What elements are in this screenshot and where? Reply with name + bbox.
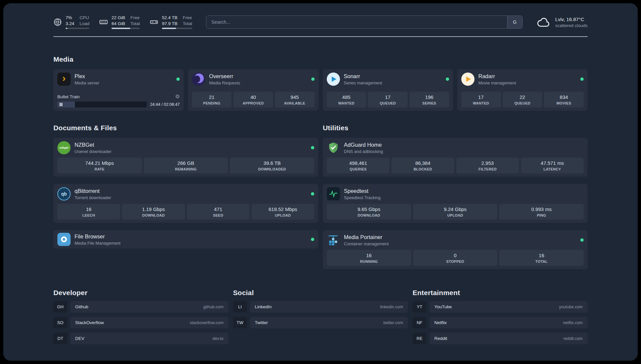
resource-widget-disk: 52.4 TB 97.9 TB Free Total <box>150 15 192 29</box>
cpu-value: 7% <box>66 15 74 20</box>
status-dot <box>580 77 584 81</box>
service-name: AdGuard Home <box>344 142 383 148</box>
bookmark-link[interactable]: Twitter twitter.com <box>250 317 408 328</box>
disk-total-label: Total <box>183 21 192 26</box>
resource-widgets: 7% 3.24 CPU Load <box>53 15 192 29</box>
bookmark-link[interactable]: Github github.com <box>70 301 229 313</box>
memory-progress-bar <box>111 28 140 29</box>
disk-free-value: 52.4 TB <box>162 15 177 20</box>
section-title-documents: Documents & Files <box>53 124 318 132</box>
speedtest-icon <box>327 187 340 200</box>
stat-tile: 498,461 QUERIES <box>327 158 389 173</box>
resource-widget-cpu: 7% 3.24 CPU Load <box>53 15 89 29</box>
disk-progress-bar <box>162 28 192 29</box>
service-card-sonarr[interactable]: Sonarr Series management 485 WANTED 17 Q… <box>323 69 453 111</box>
gear-icon[interactable]: ⚙ <box>175 94 180 99</box>
service-name: NZBGet <box>75 142 111 148</box>
service-description: Movie management <box>478 80 516 85</box>
service-name: Speedtest <box>344 188 381 194</box>
cloud-icon <box>536 16 551 28</box>
stat-tile: 22 QUEUED <box>503 92 542 107</box>
bookmark-link[interactable]: Reddit reddit.com <box>429 333 588 344</box>
service-card-plex[interactable]: › Plex Media server Bullet Train ⚙ <box>53 69 184 111</box>
dashboard-page: 7% 3.24 CPU Load <box>3 3 638 361</box>
bookmark-abbr: DT <box>53 333 67 344</box>
stat-tile: 196 SERIES <box>410 92 449 107</box>
portainer-icon <box>327 233 340 247</box>
service-name: Overseerr <box>209 73 240 79</box>
nzbget-icon: nzbget <box>57 141 71 154</box>
stat-tile: 618.52 Mbps UPLOAD <box>252 204 314 220</box>
stat-tile: 834 MOVIES <box>544 92 584 107</box>
service-card-qbittorrent[interactable]: qb qBittorrent Torrent downloader 16 LEE… <box>53 184 318 223</box>
service-name: File Browser <box>75 233 120 240</box>
search-provider-button[interactable]: G <box>507 16 522 28</box>
stat-tile: 0.993 ms PING <box>499 204 584 220</box>
stat-tile: 40 APPROVED <box>233 92 273 107</box>
stat-tile: 485 WANTED <box>327 92 366 107</box>
service-description: Usenet downloader <box>75 149 111 154</box>
stat-tile: 17 QUEUED <box>368 92 408 107</box>
stat-tile: 9.65 Gbps DOWNLOAD <box>327 204 411 220</box>
bookmark-link[interactable]: Netflix netflix.com <box>429 317 588 328</box>
service-card-speedtest[interactable]: Speedtest Speedtest Tracking 9.65 Gbps D… <box>323 184 588 223</box>
plex-icon: › <box>57 73 71 86</box>
bookmark-abbr: GH <box>53 301 67 313</box>
adguard-shield-icon <box>327 141 340 154</box>
memory-free-value: 22 GiB <box>111 15 125 20</box>
service-name: Radarr <box>478 73 516 79</box>
service-description: Torrent downloader <box>75 195 111 200</box>
bookmark-group-title: Social <box>233 289 408 297</box>
memory-icon <box>99 18 108 26</box>
service-description: Media server <box>75 80 99 85</box>
service-name: Plex <box>75 73 99 79</box>
section-utilities: Utilities AdGu <box>323 124 588 269</box>
service-card-nzbget[interactable]: nzbget NZBGet Usenet downloader 744.21 M… <box>53 138 318 177</box>
bookmark-abbr: NF <box>412 317 426 328</box>
service-card-filebrowser[interactable]: File Browser Media File Management <box>53 230 318 249</box>
status-dot <box>311 77 315 81</box>
bookmark-reddit: RE Reddit reddit.com <box>412 333 588 344</box>
service-description: Series management <box>344 80 382 85</box>
status-dot <box>446 77 449 81</box>
bookmark-link[interactable]: StackOverflow stackoverflow.com <box>70 317 229 328</box>
weather-location-temp: Lviv, 16.87°C <box>555 16 588 22</box>
cpu-icon <box>53 18 62 26</box>
cpu-label: CPU <box>79 15 89 20</box>
section-title-media: Media <box>53 55 588 63</box>
weather-condition: scattered clouds <box>555 23 588 28</box>
bookmark-link[interactable]: DEV dev.to <box>70 333 229 344</box>
bookmark-group-social: Social LI LinkedIn linkedin.com TW Twitt… <box>233 289 408 328</box>
bookmark-youtube: YT YouTube youtube.com <box>412 301 588 313</box>
service-card-adguard[interactable]: AdGuard Home DNS and adblocking 498,461 … <box>323 138 588 177</box>
playback-progress-bar[interactable] <box>57 102 147 107</box>
now-playing-title: Bullet Train <box>57 94 80 99</box>
stat-tile: 744.21 Mbps RATE <box>57 158 142 173</box>
status-dot <box>311 238 314 241</box>
stat-tile: 2,953 FILTERED <box>456 158 519 173</box>
service-description: DNS and adblocking <box>344 149 383 154</box>
stat-tile: 47.571 ms LATENCY <box>521 158 584 173</box>
disk-icon <box>150 18 158 26</box>
pause-icon[interactable] <box>60 103 62 106</box>
status-dot <box>311 146 314 149</box>
service-card-portainer[interactable]: Media Portainer Container management 16 … <box>323 230 588 269</box>
stat-tile: 21 PENDING <box>192 92 231 107</box>
stat-tile: 0 STOPPED <box>413 250 498 266</box>
bookmark-twitter: TW Twitter twitter.com <box>233 317 408 328</box>
bookmark-abbr: TW <box>233 317 247 328</box>
weather-widget: Lviv, 16.87°C scattered clouds <box>536 16 588 28</box>
playback-time: 24:44 / 02:06:47 <box>150 102 180 107</box>
service-card-overseerr[interactable]: Overseerr Media Requests 21 PENDING 40 A… <box>188 69 318 111</box>
topbar-divider <box>53 36 588 37</box>
stat-tile: 471 SEED <box>187 204 250 220</box>
topbar: 7% 3.24 CPU Load <box>53 15 588 29</box>
stat-tile: 9.24 Gbps UPLOAD <box>413 204 498 220</box>
qbittorrent-icon: qb <box>57 187 71 200</box>
bookmark-link[interactable]: LinkedIn linkedin.com <box>250 301 408 313</box>
sonarr-icon <box>327 73 340 86</box>
cpu-load-label: Load <box>79 21 89 26</box>
search-input[interactable] <box>206 16 507 28</box>
bookmark-link[interactable]: YouTube youtube.com <box>429 301 588 313</box>
service-card-radarr[interactable]: Radarr Movie management 17 WANTED 22 QUE… <box>457 69 588 111</box>
